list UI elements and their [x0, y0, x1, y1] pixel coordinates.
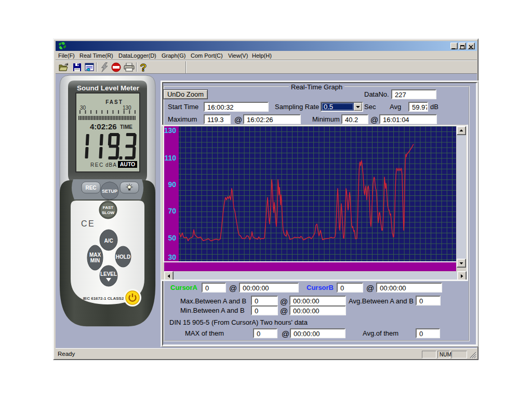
- svg-text:130: 130: [123, 105, 131, 111]
- svg-text:CE: CE: [81, 219, 95, 228]
- svg-text:FAST: FAST: [105, 99, 123, 105]
- svg-text:AUTO: AUTO: [120, 161, 136, 167]
- svg-text:REC: REC: [85, 185, 96, 191]
- svg-text:MAX: MAX: [89, 252, 101, 258]
- svg-text:LEVEL: LEVEL: [100, 271, 117, 277]
- svg-text:MIN: MIN: [90, 258, 100, 263]
- svg-text:SETUP: SETUP: [102, 189, 117, 194]
- svg-text:A/C: A/C: [104, 238, 113, 244]
- svg-text:SLOW: SLOW: [102, 210, 114, 215]
- svg-text:IEC 61672-1 CLASS2: IEC 61672-1 CLASS2: [83, 296, 124, 301]
- svg-text:dBA: dBA: [105, 162, 117, 168]
- svg-text:Sound Level Meter: Sound Level Meter: [77, 84, 140, 92]
- svg-text:HOLD: HOLD: [116, 254, 130, 260]
- svg-text:4:02:26: 4:02:26: [90, 122, 117, 131]
- svg-text:30: 30: [80, 105, 86, 111]
- svg-text:FAST: FAST: [103, 205, 114, 210]
- svg-text:TIME: TIME: [120, 124, 132, 130]
- svg-text:REC: REC: [90, 162, 104, 168]
- svg-text:?: ?: [140, 62, 147, 73]
